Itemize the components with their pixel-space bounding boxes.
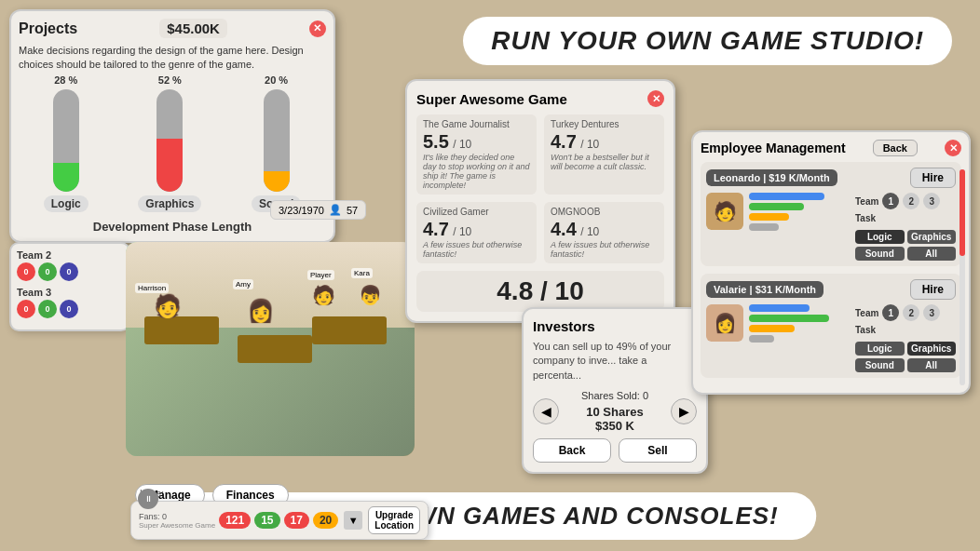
emp-stats-row-1: 👩 Team 1 2 3 Task Logic Graphics [706, 304, 956, 372]
investors-back-button[interactable]: Back [533, 438, 611, 463]
projects-close-button[interactable]: ✕ [309, 20, 326, 37]
shares-amount: 10 Shares [581, 405, 648, 419]
team-row-0: Team 1 2 3 [855, 193, 956, 209]
task-logic-1[interactable]: Logic [855, 342, 905, 356]
sound-slider-container: 20 % Sound [252, 74, 301, 212]
stat-bar-blue-1 [749, 304, 810, 312]
stat-bar-yellow-0 [749, 213, 789, 221]
hire-button-1[interactable]: Hire [910, 279, 956, 300]
team3-dot-1: 0 [17, 300, 35, 318]
review-score-0: 5.5 / 10 [423, 131, 530, 153]
employee-card-1: Valarie | $31 K/Month Hire 👩 Team 1 2 3 [701, 274, 961, 378]
team-group-2: Team 3 0 0 0 [17, 287, 123, 318]
team-num-1-1[interactable]: 1 [882, 304, 899, 321]
task-grid-0: Logic Graphics Sound All [855, 230, 956, 261]
review-score-2: 4.7 / 10 [423, 219, 530, 240]
team2-dot-1: 0 [17, 262, 35, 281]
stat-bar-gray-1 [749, 335, 774, 343]
emp-avatar-face-0: 🧑 [706, 193, 743, 230]
investors-next-button[interactable]: ▶ [671, 398, 697, 424]
review-source-3: OMGNOOB [551, 207, 658, 217]
investors-prev-button[interactable]: ◀ [533, 398, 559, 424]
upgrade-location-button[interactable]: UpgradeLocation [368, 506, 420, 534]
review-item-1: Turkey Dentures 4.7 / 10 Won't be a best… [544, 114, 664, 195]
review-panel: Super Awesome Game ✕ The Game Journalist… [405, 79, 675, 323]
emp-bars-0 [749, 193, 850, 234]
investors-description: You can sell up to 49% of your company t… [533, 340, 697, 383]
projects-money: $45.00K [159, 19, 227, 38]
team-row-1: Team 1 2 3 [855, 304, 956, 321]
team-num-3-1[interactable]: 3 [923, 304, 940, 321]
char-3: 🧑 [312, 284, 335, 306]
review-header: Super Awesome Game ✕ [416, 90, 664, 107]
char-name-harrison: Harrison [135, 283, 169, 293]
review-source-0: The Game Journalist [423, 119, 530, 129]
desk-3 [312, 316, 387, 344]
task-graphics-1[interactable]: Graphics [907, 342, 957, 356]
logic-label: Logic [44, 195, 88, 212]
logic-slider-container: 28 % Logic [44, 74, 88, 212]
graphics-slider-track[interactable] [157, 89, 183, 192]
task-sound-0[interactable]: Sound [855, 247, 905, 261]
sound-slider-track[interactable] [264, 89, 290, 192]
score-121: 121 [219, 512, 251, 529]
team-num-3-0[interactable]: 3 [923, 193, 940, 209]
review-close-button[interactable]: ✕ [647, 90, 664, 107]
task-logic-0[interactable]: Logic [855, 230, 905, 244]
graphics-fill [157, 139, 183, 192]
fans-section: Fans: 0 Super Awesome Game [139, 512, 215, 530]
emp-details-1: Team 1 2 3 Task Logic Graphics Sound All [855, 304, 956, 372]
review-item-2: Civilized Gamer 4.7 / 10 A few issues bu… [416, 202, 537, 263]
team3-dot-3: 0 [60, 300, 78, 318]
investors-nav-row: ◀ Shares Sold: 0 10 Shares $350 K ▶ [533, 390, 697, 433]
employee-management-title: Employee Management [701, 141, 846, 155]
logic-fill [53, 163, 79, 192]
sliders-row: 28 % Logic 52 % Graphics 20 % Sound [19, 82, 326, 212]
stat-bar-green-0 [749, 203, 804, 210]
task-label-0: Task [855, 213, 956, 223]
emp-stats-row-0: 🧑 Team 1 2 3 Task Logic Graphics [706, 193, 956, 261]
task-graphics-0[interactable]: Graphics [907, 230, 957, 244]
down-arrow-btn[interactable]: ▼ [344, 511, 362, 530]
investors-panel: Investors You can sell up to 49% of your… [522, 307, 708, 474]
char-name-amy: Amy [233, 279, 253, 289]
employee-panel: Employee Management Back ✕ Leonardo | $1… [691, 130, 971, 395]
char-2: 👩 [247, 298, 275, 324]
date-badge: 3/23/1970 👤 57 [270, 200, 366, 220]
review-source-2: Civilized Gamer [423, 207, 530, 217]
char-name-kara: Kara [351, 268, 373, 278]
task-sound-1[interactable]: Sound [855, 358, 905, 372]
score-17: 17 [284, 512, 309, 529]
team2-dot-3: 0 [60, 262, 78, 281]
team-label-0: Team [855, 196, 878, 207]
shares-value: $350 K [581, 419, 648, 433]
team-group-1: Team 2 0 0 0 [17, 249, 123, 281]
review-title: Super Awesome Game [416, 91, 567, 107]
hire-button-0[interactable]: Hire [910, 168, 956, 188]
team2-label: Team 2 [17, 249, 123, 261]
logic-slider-track[interactable] [53, 89, 79, 192]
task-all-0[interactable]: All [907, 247, 957, 261]
task-all-1[interactable]: All [907, 358, 957, 372]
employee-close-button[interactable]: ✕ [945, 140, 961, 156]
desk-1 [144, 316, 219, 344]
logic-pct: 28 % [54, 74, 77, 86]
pause-button[interactable]: ⏸ [138, 489, 158, 509]
emp-bars-1 [749, 304, 850, 345]
review-score-3: 4.4 / 10 [551, 219, 658, 240]
team-label-1: Team [855, 308, 878, 318]
studio-scene: 🧑 👩 🧑 👦 Harrison Amy Player Kara [126, 242, 415, 456]
team-num-1-0[interactable]: 1 [882, 193, 899, 209]
employee-back-button[interactable]: Back [873, 140, 918, 156]
game-name-small: Super Awesome Game [139, 521, 215, 530]
team-num-2-0[interactable]: 2 [903, 193, 919, 209]
team-num-2-1[interactable]: 2 [903, 304, 919, 321]
employee-scrollbar[interactable] [960, 169, 965, 385]
char-4: 👦 [359, 284, 382, 306]
age-text: 57 [347, 205, 358, 216]
review-comment-1: Won't be a bestseller but it will become… [551, 153, 658, 171]
review-source-1: Turkey Dentures [551, 119, 658, 129]
age-icon: 👤 [329, 204, 342, 216]
investors-sell-button[interactable]: Sell [619, 438, 697, 463]
emp-card-header-1: Valarie | $31 K/Month Hire [706, 279, 956, 300]
